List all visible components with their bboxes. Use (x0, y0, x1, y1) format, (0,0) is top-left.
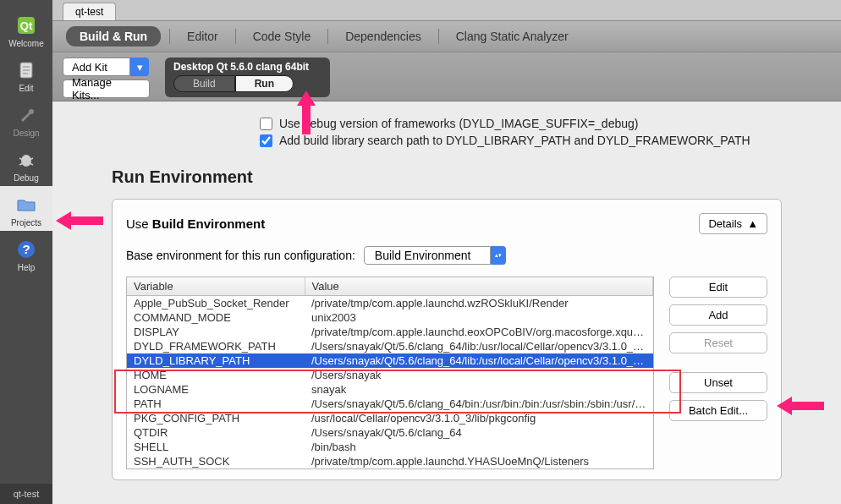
svg-point-6 (29, 109, 34, 114)
env-val-cell: /Users/snayak (305, 368, 653, 382)
table-row[interactable]: PKG_CONFIG_PATH/usr/local/Cellar/opencv3… (127, 411, 653, 425)
sidebar-item-label: Welcome (8, 39, 44, 48)
checkbox[interactable] (260, 118, 272, 130)
annotation-arrow (777, 393, 827, 419)
env-var-cell: QTDIR (127, 425, 305, 440)
table-row[interactable]: COMMAND_MODEunix2003 (127, 310, 653, 325)
kit-name: Desktop Qt 5.6.0 clang 64bit (173, 61, 322, 73)
table-row[interactable]: DYLD_FRAMEWORK_PATH/Users/snayak/Qt/5.6/… (127, 339, 653, 353)
edit-button[interactable]: Edit (669, 277, 767, 298)
sidebar-item-help[interactable]: ? Help (0, 231, 52, 276)
env-var-cell: DYLD_LIBRARY_PATH (127, 353, 305, 368)
checkbox-debug-frameworks[interactable]: Use debug version of frameworks (DYLD_IM… (52, 115, 841, 132)
table-row[interactable]: QTDIR/Users/snayak/Qt/5.6/clang_64 (127, 425, 653, 440)
checkbox-label: Add build library search path to DYLD_LI… (279, 134, 750, 147)
table-row[interactable]: DISPLAY/private/tmp/com.apple.launchd.eo… (127, 325, 653, 339)
col-variable[interactable]: Variable (127, 277, 305, 296)
table-row[interactable]: PATH/Users/snayak/Qt/5.6/clang_64/bin:/u… (127, 397, 653, 411)
section-title: Run Environment (52, 149, 841, 195)
env-var-cell: LOGNAME (127, 382, 305, 397)
table-row[interactable]: HOME/Users/snayak (127, 368, 653, 382)
table-row[interactable]: SHELL/bin/bash (127, 440, 653, 454)
env-var-cell: HOME (127, 368, 305, 382)
sidebar-item-label: Design (13, 129, 39, 138)
env-var-cell: PATH (127, 397, 305, 411)
checkbox-label: Use debug version of frameworks (DYLD_IM… (279, 117, 638, 130)
manage-kits-button[interactable]: Manage Kits... (63, 79, 150, 98)
main-area: qt-test Build & Run Editor Code Style De… (52, 0, 841, 504)
sidebar-item-debug[interactable]: Debug (0, 141, 52, 186)
env-var-cell: SHELL (127, 440, 305, 454)
kit-run-tab[interactable]: Run (235, 75, 294, 92)
env-val-cell: /bin/bash (305, 440, 653, 454)
sidebar-item-projects[interactable]: Projects (0, 186, 52, 231)
table-row[interactable]: SSH_AUTH_SOCK/private/tmp/com.apple.laun… (127, 454, 653, 468)
details-button[interactable]: Details▲ (699, 213, 767, 234)
env-val-cell: snayak (305, 382, 653, 397)
reset-button[interactable]: Reset (669, 332, 767, 353)
bug-icon (14, 148, 38, 172)
svg-marker-14 (56, 211, 103, 230)
qt-icon: Qt (14, 14, 38, 37)
add-kit-select[interactable]: Add Kit ▾ (63, 58, 150, 76)
env-val-cell: /Users/snayak/Qt/5.6/clang_64 (305, 425, 653, 440)
env-var-cell: Apple_PubSub_Socket_Render (127, 296, 305, 311)
env-table[interactable]: Variable Value Apple_PubSub_Socket_Rende… (126, 277, 654, 469)
env-val-cell: /usr/local/Cellar/opencv3/3.1.0_3/lib/pk… (305, 411, 653, 425)
svg-marker-16 (777, 397, 824, 415)
truncated-row (52, 101, 841, 115)
table-row[interactable]: Apple_PubSub_Socket_Render/private/tmp/c… (127, 296, 653, 311)
environment-panel: Use Build Environment Details▲ Base envi… (112, 199, 782, 480)
svg-point-7 (21, 155, 31, 167)
env-buttons: Edit Add Reset Unset Batch Edit... (669, 277, 767, 469)
env-var-cell: DISPLAY (127, 325, 305, 339)
env-var-cell: SSH_AUTH_SOCK (127, 454, 305, 468)
svg-line-11 (30, 163, 33, 165)
env-val-cell: /private/tmp/com.apple.launchd.eoxOPCoBI… (305, 325, 653, 339)
env-val-cell: /private/tmp/com.apple.launchd.YHASUoeMn… (305, 454, 653, 468)
unset-button[interactable]: Unset (669, 372, 767, 393)
kit-build-tab[interactable]: Build (173, 75, 235, 92)
use-environment-text: Use Build Environment (126, 216, 265, 231)
sidebar-project-name[interactable]: qt-test (0, 484, 52, 504)
env-var-cell: DYLD_FRAMEWORK_PATH (127, 339, 305, 353)
nav-code-style[interactable]: Code Style (236, 26, 327, 47)
sidebar-item-welcome[interactable]: Qt Welcome (0, 7, 52, 52)
table-row[interactable]: DYLD_LIBRARY_PATH/Users/snayak/Qt/5.6/cl… (127, 353, 653, 368)
table-row[interactable]: LOGNAMEsnayak (127, 382, 653, 397)
env-val-cell: /Users/snayak/Qt/5.6/clang_64/bin:/usr/b… (305, 397, 653, 411)
col-value[interactable]: Value (305, 277, 653, 296)
nav-build-and-run[interactable]: Build & Run (66, 26, 161, 47)
sidebar-item-edit[interactable]: Edit (0, 52, 52, 96)
base-env-label: Base environment for this run configurat… (126, 249, 355, 262)
sidebar-item-design[interactable]: Design (0, 96, 52, 141)
env-var-cell: COMMAND_MODE (127, 310, 305, 325)
file-tab-bar: qt-test (52, 0, 841, 20)
project-top-nav: Build & Run Editor Code Style Dependenci… (52, 20, 841, 52)
nav-clang-analyzer[interactable]: Clang Static Analyzer (439, 26, 585, 47)
batch-edit-button[interactable]: Batch Edit... (669, 400, 767, 421)
svg-marker-15 (297, 90, 316, 134)
page-icon (14, 58, 38, 82)
nav-editor[interactable]: Editor (170, 26, 235, 47)
env-val-cell: unix2003 (305, 310, 653, 325)
triangle-up-icon: ▲ (747, 217, 758, 230)
checkbox-add-search-path[interactable]: Add build library search path to DYLD_LI… (52, 132, 841, 149)
sidebar-item-label: Debug (14, 173, 38, 183)
add-button[interactable]: Add (669, 304, 767, 326)
annotation-arrow (294, 90, 319, 138)
nav-dependencies[interactable]: Dependencies (328, 26, 438, 47)
checkbox[interactable] (260, 134, 272, 147)
base-env-select[interactable]: Build Environment ▴▾ (364, 246, 506, 265)
chevron-down-icon: ▾ (130, 58, 149, 76)
folder-icon (14, 193, 38, 216)
brush-icon (14, 103, 38, 127)
svg-text:?: ? (22, 242, 30, 256)
file-tab[interactable]: qt-test (63, 3, 116, 20)
svg-text:Qt: Qt (20, 19, 33, 32)
content-area: Use debug version of frameworks (DYLD_IM… (52, 101, 841, 504)
svg-line-10 (19, 163, 23, 165)
annotation-arrow (56, 208, 107, 233)
sidebar-item-label: Help (18, 263, 36, 272)
question-icon: ? (14, 238, 38, 261)
